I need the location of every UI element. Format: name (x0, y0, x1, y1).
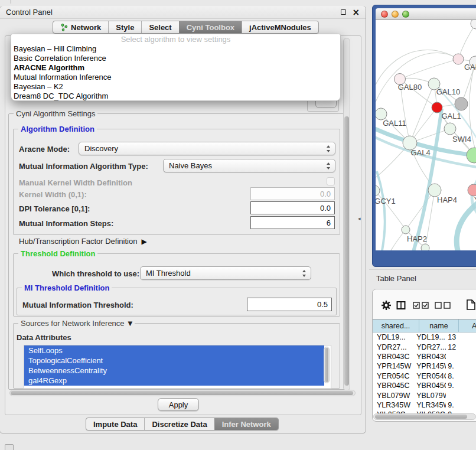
attribute-item[interactable]: TopologicalCoefficient (24, 356, 324, 366)
aracne-mode-label: Aracne Mode: (19, 145, 70, 154)
close-icon[interactable]: × (352, 9, 360, 15)
bottom-tabbar: Impute DataDiscretize DataInfer Network (86, 418, 279, 431)
attribute-item[interactable]: gal4RGexp (24, 376, 324, 386)
tab-label: Select (149, 23, 171, 32)
network-view[interactable]: GALGAL80GAL10GAL1GAL11SWI4GAL4GCY1HAP4YH… (376, 20, 476, 250)
mi-threshold-label: Mutual Information Threshold: (22, 301, 133, 309)
attributes-scrollbar[interactable] (324, 347, 330, 383)
aracne-mode-value: Discovery (84, 144, 118, 153)
mi-steps-label: Mutual Information Steps: (19, 219, 113, 228)
zoom-traffic-light-icon[interactable] (402, 11, 409, 18)
network-node-gcy1[interactable] (376, 185, 380, 196)
tab-label: Style (116, 23, 134, 32)
kernel-width-field[interactable]: 0.0 (250, 187, 335, 200)
mi-steps-field[interactable]: 6 (250, 216, 335, 229)
unchecked-columns-icon[interactable] (435, 302, 451, 309)
algorithm-dropdown-popup: Select algorithm to view settings Bayesi… (11, 34, 341, 101)
algorithm-option[interactable]: Bayesian – Hill Climbing (11, 44, 340, 54)
network-icon (60, 24, 68, 31)
network-node-label: HAP4 (437, 195, 457, 204)
network-node-label: GAL80 (398, 83, 422, 92)
mi-type-label: Mutual Information Algorithm Type: (19, 162, 148, 171)
network-node-y[interactable] (468, 184, 476, 196)
tab-label: Impute Data (93, 420, 137, 429)
table-cell: YBR045C (412, 381, 446, 390)
algorithm-option[interactable]: Basic Correlation Inference (11, 54, 340, 63)
dpi-tolerance-field[interactable]: 0.0 (250, 201, 335, 214)
data-attributes-label: Data Attributes (17, 333, 71, 342)
network-node-swi4[interactable] (444, 123, 456, 135)
table-row[interactable]: YLR345WYLR345W9. (373, 400, 476, 410)
stepper-icon (302, 270, 307, 277)
network-node-label: GAL4 (410, 148, 430, 157)
hub-definition-row[interactable]: Hub/Transcription Factor Definition ▶ (19, 237, 147, 246)
network-node-gal[interactable] (453, 54, 464, 64)
mi-type-combo[interactable]: Naive Bayes (163, 159, 335, 172)
network-canvas[interactable]: GALGAL80GAL10GAL1GAL11SWI4GAL4GCY1HAP4YH… (376, 20, 476, 250)
column-header[interactable]: shared... (373, 319, 419, 332)
table-row[interactable]: YDR27...YDR27...12 (373, 342, 476, 351)
panel-horizontal-scrollbar[interactable] (9, 390, 356, 396)
panel-vertical-scrollbar[interactable] (343, 38, 350, 391)
sources-group-title[interactable]: Sources for Network Inference ▼ (18, 319, 135, 328)
document-icon[interactable] (467, 299, 475, 310)
apply-button[interactable]: Apply (158, 398, 199, 411)
restore-icon[interactable] (341, 9, 346, 15)
network-node-hap2[interactable] (402, 226, 410, 234)
algorithm-option[interactable]: Bayesian – K2 (11, 82, 340, 92)
which-threshold-combo[interactable]: MI Threshold (140, 266, 311, 280)
mi-threshold-field[interactable]: 0.5 (247, 298, 332, 311)
network-node-hap4[interactable] (428, 184, 441, 197)
table-row[interactable]: YER054CYER054C8. (373, 371, 476, 381)
algorithm-option[interactable]: Dream8 DC_TDC Algorithm (11, 92, 340, 101)
bottom-tab-infer-network[interactable]: Infer Network (214, 418, 278, 430)
attribute-item[interactable]: BetweennessCentrality (24, 366, 324, 376)
network-node[interactable] (467, 148, 476, 163)
checked-columns-icon[interactable] (413, 302, 429, 309)
network-node-gal1[interactable] (432, 102, 442, 113)
screen: Control Panel × NetworkStyleSelectCyni T… (0, 0, 476, 450)
table-cell: 12 (446, 343, 476, 351)
expand-arrow-icon: ▶ (141, 237, 146, 246)
table-row[interactable]: YBL079WYBL079W (373, 390, 476, 400)
table-cell: YBR045C (373, 381, 412, 390)
table-cell: YPR145W (412, 362, 446, 370)
aracne-mode-combo[interactable]: Discovery (79, 142, 335, 155)
control-panel-tabbar: NetworkStyleSelectCyni ToolboxjActiveMNo… (53, 21, 319, 34)
gear-icon[interactable] (382, 301, 391, 310)
network-node-gal11[interactable] (376, 108, 387, 120)
tab-jactivemnodules[interactable]: jActiveMNodules (242, 21, 318, 33)
manual-kernel-checkbox[interactable] (327, 177, 335, 185)
minimize-traffic-light-icon[interactable] (392, 11, 399, 18)
network-node[interactable] (455, 97, 468, 110)
table-row[interactable]: YPR145WYPR145W9. (373, 361, 476, 371)
table-row[interactable]: YBR043CYBR043C (373, 352, 476, 361)
columns-icon[interactable] (396, 301, 406, 310)
network-node[interactable] (471, 20, 476, 29)
algorithm-popup-hint: Select algorithm to view settings (11, 34, 340, 44)
table-horizontal-scrollbar[interactable] (373, 413, 476, 420)
network-node[interactable] (421, 244, 429, 250)
attribute-item[interactable]: SelfLoops (24, 345, 324, 356)
algorithm-definition-title: Algorithm Definition (18, 125, 97, 133)
algorithm-option[interactable]: Mutual Information Inference (11, 73, 340, 82)
table-cell: YER054C (412, 372, 446, 380)
network-node-label: GAL11 (383, 119, 406, 128)
table-header: shared...nameA (373, 319, 476, 332)
close-traffic-light-icon[interactable] (381, 11, 388, 18)
network-window-titlebar[interactable] (376, 8, 476, 20)
data-attributes-list: SelfLoopsTopologicalCoefficientBetweenne… (24, 345, 331, 389)
tab-network[interactable]: Network (53, 21, 108, 33)
tab-select[interactable]: Select (141, 21, 178, 33)
tab-cyni-toolbox[interactable]: Cyni Toolbox (179, 21, 242, 33)
tab-style[interactable]: Style (108, 21, 141, 33)
column-header[interactable]: A (459, 319, 476, 332)
bottom-tab-discretize-data[interactable]: Discretize Data (144, 418, 214, 430)
table-row[interactable]: YDL19...YDL19...13 (373, 332, 476, 342)
splitter-collapse-icon[interactable]: ◂ (358, 216, 361, 221)
bottom-tab-impute-data[interactable]: Impute Data (86, 418, 144, 430)
table-row[interactable]: YBR045CYBR045C9. (373, 381, 476, 390)
minimized-panel-icon[interactable] (5, 444, 14, 450)
column-header[interactable]: name (419, 319, 459, 332)
algorithm-option[interactable]: ARACNE Algorithm (11, 63, 340, 73)
